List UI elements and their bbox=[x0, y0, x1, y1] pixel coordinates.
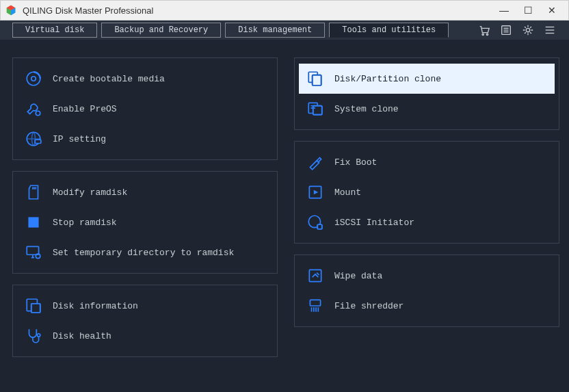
group-ramdisk: Modify ramdisk Stop ramdisk Set temporar… bbox=[12, 171, 278, 274]
left-column: Create bootable media Enable PreOS IP se… bbox=[12, 57, 278, 378]
iscsi-icon bbox=[306, 213, 325, 232]
app-logo-icon bbox=[5, 4, 17, 16]
item-label: Enable PreOS bbox=[53, 104, 117, 114]
item-label: Fix Boot bbox=[334, 157, 377, 168]
item-label: Mount bbox=[334, 187, 361, 198]
item-create-bootable-media[interactable]: Create bootable media bbox=[17, 64, 273, 94]
clone-icon bbox=[306, 69, 325, 88]
svg-rect-25 bbox=[31, 304, 40, 313]
menu-icon[interactable] bbox=[543, 23, 557, 37]
item-ip-setting[interactable]: IP setting bbox=[17, 124, 273, 154]
titlebar: QILING Disk Master Professional — ☐ ✕ bbox=[0, 0, 569, 21]
svg-rect-38 bbox=[317, 224, 322, 229]
minimize-button[interactable]: — bbox=[499, 5, 509, 16]
svg-rect-40 bbox=[309, 270, 321, 281]
item-wipe-data[interactable]: Wipe data bbox=[299, 261, 555, 291]
monitor-gear-icon bbox=[24, 243, 43, 262]
list-icon[interactable] bbox=[499, 23, 513, 37]
group-bootable: Create bootable media Enable PreOS IP se… bbox=[12, 57, 278, 160]
app-title: QILING Disk Master Professional bbox=[23, 5, 499, 16]
content: Create bootable media Enable PreOS IP se… bbox=[0, 40, 569, 392]
svg-rect-29 bbox=[313, 75, 321, 86]
item-set-temp-dir[interactable]: Set temporary directory to ramdisk bbox=[17, 237, 273, 267]
tab-tools-utilities[interactable]: Tools and utilities bbox=[329, 23, 449, 38]
tab-virtual-disk[interactable]: Virtual disk bbox=[12, 23, 97, 38]
screwdriver-icon bbox=[306, 153, 325, 172]
svg-point-6 bbox=[526, 28, 529, 31]
disc-icon bbox=[24, 69, 43, 88]
disk-info-icon bbox=[24, 296, 43, 315]
item-label: Disk/Partition clone bbox=[334, 74, 441, 84]
item-file-shredder[interactable]: File shredder bbox=[299, 291, 555, 321]
gear-icon[interactable] bbox=[521, 23, 535, 37]
eraser-icon bbox=[306, 266, 325, 285]
item-enable-preos[interactable]: Enable PreOS bbox=[17, 94, 273, 124]
item-mount[interactable]: Mount bbox=[299, 177, 555, 207]
item-stop-ramdisk[interactable]: Stop ramdisk bbox=[17, 207, 273, 237]
group-boot-mount: Fix Boot Mount iSCSI Initiator bbox=[294, 141, 559, 244]
tab-backup-recovery[interactable]: Backup and Recovery bbox=[101, 23, 221, 38]
item-label: Disk health bbox=[53, 331, 111, 341]
item-label: IP setting bbox=[53, 134, 106, 144]
svg-point-11 bbox=[31, 77, 36, 81]
stethoscope-icon bbox=[24, 326, 43, 345]
tab-disk-management[interactable]: Disk management bbox=[225, 23, 325, 38]
wrench-gear-icon bbox=[24, 99, 43, 118]
close-button[interactable]: ✕ bbox=[548, 5, 556, 16]
item-system-clone[interactable]: System clone bbox=[299, 94, 555, 124]
item-fix-boot[interactable]: Fix Boot bbox=[299, 147, 555, 177]
stop-icon bbox=[24, 213, 43, 232]
play-square-icon bbox=[306, 183, 325, 202]
svg-point-12 bbox=[36, 111, 40, 116]
item-label: Wipe data bbox=[334, 271, 382, 281]
item-label: Set temporary directory to ramdisk bbox=[53, 248, 234, 258]
sd-card-icon bbox=[24, 183, 43, 202]
item-label: File shredder bbox=[334, 301, 403, 311]
item-iscsi-initiator[interactable]: iSCSI Initiator bbox=[299, 207, 555, 237]
tabbar: Virtual disk Backup and Recovery Disk ma… bbox=[0, 21, 569, 40]
item-label: Disk information bbox=[53, 301, 138, 311]
right-column: Disk/Partition clone System clone Fix Bo… bbox=[294, 57, 559, 378]
svg-point-1 bbox=[486, 34, 488, 35]
cart-icon[interactable] bbox=[477, 23, 491, 37]
item-label: Create bootable media bbox=[53, 74, 165, 84]
group-clone: Disk/Partition clone System clone bbox=[294, 57, 559, 130]
network-icon bbox=[24, 129, 43, 148]
item-disk-information[interactable]: Disk information bbox=[17, 291, 273, 321]
svg-rect-20 bbox=[27, 246, 38, 254]
item-label: System clone bbox=[334, 104, 399, 114]
item-disk-health[interactable]: Disk health bbox=[17, 321, 273, 351]
svg-point-27 bbox=[37, 334, 40, 337]
maximize-button[interactable]: ☐ bbox=[524, 5, 533, 16]
system-clone-icon bbox=[306, 99, 325, 118]
item-disk-partition-clone[interactable]: Disk/Partition clone bbox=[299, 64, 555, 94]
item-modify-ramdisk[interactable]: Modify ramdisk bbox=[17, 177, 273, 207]
svg-point-0 bbox=[482, 34, 484, 35]
svg-rect-32 bbox=[313, 106, 322, 115]
item-label: Stop ramdisk bbox=[53, 218, 117, 228]
shredder-icon bbox=[306, 296, 325, 315]
item-label: Modify ramdisk bbox=[53, 187, 127, 198]
group-disk-info: Disk information Disk health bbox=[12, 285, 278, 357]
item-label: iSCSI Initiator bbox=[334, 218, 414, 228]
svg-rect-19 bbox=[28, 217, 38, 227]
svg-rect-41 bbox=[310, 300, 320, 306]
group-wipe: Wipe data File shredder bbox=[294, 254, 559, 327]
